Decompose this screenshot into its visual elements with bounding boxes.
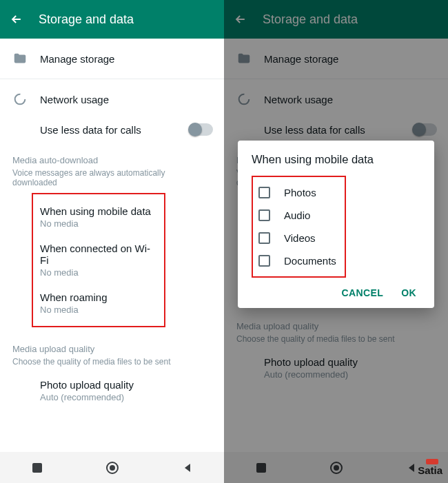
option-label: Documents (284, 255, 336, 267)
highlight-box: When using mobile data No media When con… (32, 193, 165, 327)
row-network-usage[interactable]: Network usage (0, 79, 224, 119)
nav-recent-icon[interactable] (32, 462, 43, 473)
dialog-mobile-data-options: When using mobile data Photos Audio Vide… (238, 141, 434, 308)
android-nav-bar (0, 452, 224, 483)
checkbox-icon[interactable] (258, 255, 270, 267)
item-mobile-data[interactable]: When using mobile data No media (40, 198, 164, 236)
svg-point-0 (15, 94, 26, 105)
option-audio[interactable]: Audio (257, 204, 338, 227)
row-label: Manage storage (40, 53, 213, 65)
section-subtext: Voice messages are always automatically … (0, 168, 224, 193)
back-icon[interactable] (10, 12, 23, 26)
row-label: Network usage (40, 94, 213, 105)
highlight-box: Photos Audio Videos Documents (252, 176, 346, 278)
settings-screen-left: Storage and data Manage storage Network … (0, 0, 224, 483)
row-label: Use less data for calls (40, 124, 190, 136)
section-header-media-auto: Media auto-download (0, 148, 224, 168)
checkbox-icon[interactable] (258, 232, 270, 244)
settings-content: Manage storage Network usage Use less da… (0, 39, 224, 452)
option-photos[interactable]: Photos (257, 181, 338, 204)
item-label: When connected on Wi-Fi (40, 243, 152, 266)
data-usage-icon (12, 92, 40, 107)
item-label: When roaming (40, 291, 152, 303)
item-sub: No media (40, 218, 152, 229)
svg-rect-1 (32, 463, 42, 473)
option-documents[interactable]: Documents (257, 249, 338, 272)
option-label: Audio (284, 209, 310, 221)
item-label: Photo upload quality (40, 379, 212, 391)
nav-home-icon[interactable] (105, 461, 119, 475)
option-label: Photos (284, 187, 316, 198)
item-wifi[interactable]: When connected on Wi-Fi No media (40, 236, 164, 285)
dialog-title: When using mobile data (252, 153, 420, 166)
row-less-data[interactable]: Use less data for calls (0, 119, 224, 148)
svg-point-3 (110, 465, 115, 471)
ok-button[interactable]: OK (401, 287, 416, 298)
item-sub: No media (40, 305, 152, 315)
item-roaming[interactable]: When roaming No media (40, 285, 164, 322)
page-title: Storage and data (39, 12, 134, 27)
item-sub: No media (40, 267, 152, 278)
toggle-less-data[interactable] (190, 123, 213, 136)
item-label: When using mobile data (40, 205, 152, 217)
dialog-actions: CANCEL OK (252, 278, 420, 301)
settings-screen-right: Storage and data Manage storage Network … (224, 0, 448, 483)
cancel-button[interactable]: CANCEL (341, 287, 383, 298)
watermark-text: Satia (418, 464, 442, 476)
row-manage-storage[interactable]: Manage storage (0, 39, 224, 79)
checkbox-icon[interactable] (258, 209, 270, 221)
checkbox-icon[interactable] (258, 187, 270, 198)
section-subtext: Choose the quality of media files to be … (0, 357, 224, 372)
option-label: Videos (284, 232, 316, 244)
item-sub: Auto (recommended) (40, 392, 212, 402)
item-photo-quality[interactable]: Photo upload quality Auto (recommended) (40, 372, 224, 409)
upload-item-wrap: Photo upload quality Auto (recommended) (0, 372, 224, 409)
nav-back-icon[interactable] (182, 462, 193, 473)
folder-icon (12, 51, 40, 66)
section-header-upload: Media upload quality (0, 337, 224, 357)
option-videos[interactable]: Videos (257, 227, 338, 249)
app-bar: Storage and data (0, 0, 224, 39)
